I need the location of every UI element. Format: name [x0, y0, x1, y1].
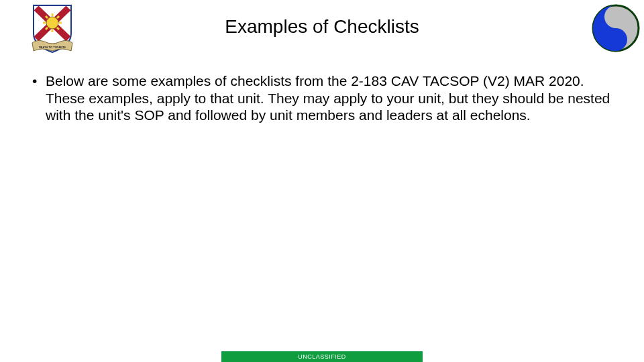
bullet-list: Below are some examples of checklists fr…: [28, 72, 616, 124]
slide: DEATH TO TYRANTS Examples of Checklists …: [0, 0, 644, 362]
svg-text:DEATH TO TYRANTS: DEATH TO TYRANTS: [39, 46, 66, 49]
slide-body: Below are some examples of checklists fr…: [28, 72, 616, 124]
classification-bar: UNCLASSIFIED: [221, 351, 423, 362]
bullet-item: Below are some examples of checklists fr…: [28, 72, 616, 124]
slide-title: Examples of Checklists: [0, 16, 644, 38]
